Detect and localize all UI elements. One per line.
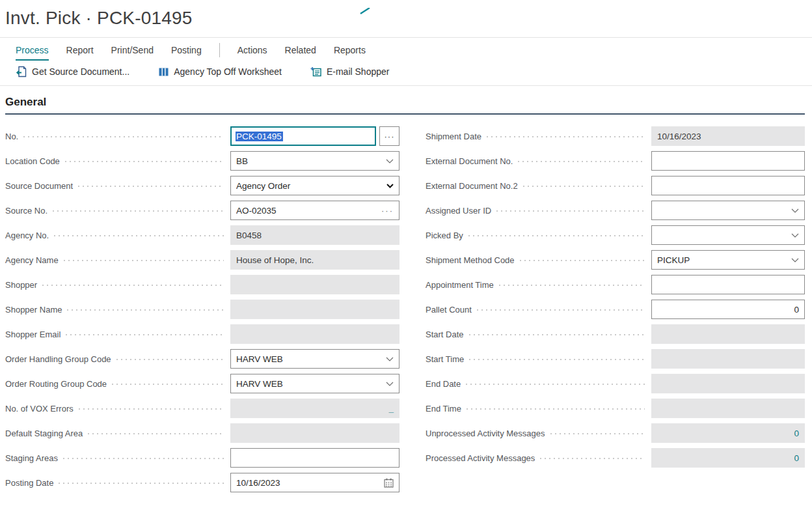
field-label: Shopper Email <box>5 330 61 339</box>
field-label: End Date <box>426 379 461 389</box>
tab-print-send[interactable]: Print/Send <box>111 40 154 61</box>
field-picked-by: Picked By <box>426 225 805 245</box>
field-label: Shipment Date <box>426 132 481 141</box>
field-label: Shipment Method Code <box>426 255 515 265</box>
appointment-time-input[interactable] <box>651 275 805 294</box>
field-label: Pallet Count <box>426 305 472 315</box>
external-document-no-input[interactable] <box>651 151 805 171</box>
dotted-leader <box>54 235 224 236</box>
no-input[interactable]: PCK-01495 <box>230 126 376 146</box>
staging-areas-input[interactable] <box>230 448 399 468</box>
dotted-leader <box>23 136 224 137</box>
field-start-date: Start Date <box>426 324 805 344</box>
assigned-user-id-select[interactable] <box>651 201 805 220</box>
dotted-leader <box>469 359 645 360</box>
dotted-leader <box>67 309 224 311</box>
chevron-down-icon <box>791 233 799 238</box>
dotted-leader <box>487 136 645 137</box>
dotted-leader <box>53 210 224 212</box>
action-bar: Get Source Document... Agency Top Off Wo… <box>0 62 812 85</box>
chevron-down-icon <box>386 357 394 361</box>
field-agency-name: Agency Name House of Hope, Inc. <box>5 250 399 270</box>
unprocessed-activity-messages-field[interactable]: 0 <box>651 423 805 443</box>
field-end-date: End Date <box>426 374 805 393</box>
field-default-staging-area: Default Staging Area <box>5 423 399 443</box>
picked-by-select[interactable] <box>651 225 805 245</box>
pallet-count-input[interactable]: 0 <box>651 300 805 319</box>
tab-related[interactable]: Related <box>285 40 316 61</box>
chevron-down-icon <box>791 208 799 213</box>
end-time-field <box>651 399 805 418</box>
tab-divider <box>219 43 220 57</box>
edit-pencil-icon[interactable] <box>359 8 372 14</box>
order-handling-group-code-select[interactable]: HARV WEB <box>230 349 399 369</box>
shipment-date-field: 10/16/2023 <box>651 126 805 146</box>
shipment-method-code-select[interactable]: PICKUP <box>651 250 805 270</box>
agency-top-off-worksheet-button[interactable]: Agency Top Off Worksheet <box>158 66 282 77</box>
dotted-leader <box>63 458 224 459</box>
field-assigned-user-id: Assigned User ID <box>426 201 805 220</box>
field-no-of-vox-errors: No. of VOX Errors _ <box>5 399 399 418</box>
field-label: Unprocessed Activity Messages <box>426 429 545 438</box>
field-label: Processed Activity Messages <box>426 453 535 463</box>
dotted-leader <box>550 433 645 434</box>
dotted-leader <box>496 210 645 212</box>
general-section-header[interactable]: General <box>5 96 805 115</box>
field-order-handling-group-code: Order Handling Group Code HARV WEB <box>5 349 399 369</box>
dotted-leader <box>65 161 224 162</box>
start-time-field <box>651 349 805 369</box>
source-document-select[interactable]: Agency Order <box>230 176 399 195</box>
dotted-leader <box>42 285 224 286</box>
dotted-leader <box>477 309 645 311</box>
tab-process[interactable]: Process <box>16 40 49 61</box>
get-source-document-icon <box>16 66 27 77</box>
email-shopper-button[interactable]: E-mail Shopper <box>310 66 390 77</box>
posting-date-input[interactable]: 10/16/2023 <box>230 473 399 492</box>
external-document-no-2-input[interactable] <box>651 176 805 195</box>
assist-edit-button[interactable]: ··· <box>379 126 399 146</box>
field-shopper-name: Shopper Name <box>5 300 399 319</box>
field-shipment-method-code: Shipment Method Code PICKUP <box>426 250 805 270</box>
field-location-code: Location Code BB <box>5 151 399 171</box>
dotted-leader <box>116 359 224 360</box>
tab-report[interactable]: Report <box>66 40 94 61</box>
dotted-leader <box>467 408 645 410</box>
location-code-select[interactable]: BB <box>230 151 399 171</box>
field-label: Start Date <box>426 330 464 339</box>
tab-reports[interactable]: Reports <box>334 40 366 61</box>
source-no-input[interactable]: AO-02035 ··· <box>230 201 399 220</box>
processed-activity-messages-field[interactable]: 0 <box>651 448 805 468</box>
dotted-leader <box>499 285 645 286</box>
field-label: Agency No. <box>5 231 49 240</box>
dotted-leader <box>88 433 224 434</box>
calendar-icon[interactable] <box>384 478 394 488</box>
get-source-document-button[interactable]: Get Source Document... <box>16 66 129 77</box>
field-label: Order Routing Group Code <box>5 379 107 389</box>
field-label: Source Document <box>5 181 73 191</box>
tab-actions[interactable]: Actions <box>237 40 267 61</box>
field-shopper: Shopper <box>5 275 399 294</box>
form-left-column: No. PCK-01495 ··· Location Code BB <box>5 126 399 498</box>
field-posting-date: Posting Date 10/16/2023 <box>5 473 399 492</box>
field-label: Agency Name <box>5 255 59 265</box>
field-source-document: Source Document Agency Order <box>5 176 399 195</box>
field-label: External Document No.2 <box>426 181 518 191</box>
dotted-leader <box>540 458 645 459</box>
agency-name-field: House of Hope, Inc. <box>230 250 399 270</box>
agency-no-field: B0458 <box>230 225 399 245</box>
field-label: End Time <box>426 404 461 414</box>
order-routing-group-code-select[interactable]: HARV WEB <box>230 374 399 393</box>
tab-posting[interactable]: Posting <box>171 40 202 61</box>
dotted-leader <box>468 235 645 236</box>
field-label: Appointment Time <box>426 280 494 290</box>
general-form: No. PCK-01495 ··· Location Code BB <box>5 126 805 498</box>
dotted-leader <box>78 186 224 187</box>
no-of-vox-errors-field[interactable]: _ <box>230 399 399 418</box>
chevron-down-icon <box>791 258 799 262</box>
assist-edit-dots[interactable]: ··· <box>381 206 394 216</box>
field-agency-no: Agency No. B0458 <box>5 225 399 245</box>
field-shopper-email: Shopper Email <box>5 324 399 344</box>
field-label: Shopper <box>5 280 37 290</box>
start-date-field <box>651 324 805 344</box>
form-right-column: Shipment Date 10/16/2023 External Docume… <box>426 126 805 498</box>
